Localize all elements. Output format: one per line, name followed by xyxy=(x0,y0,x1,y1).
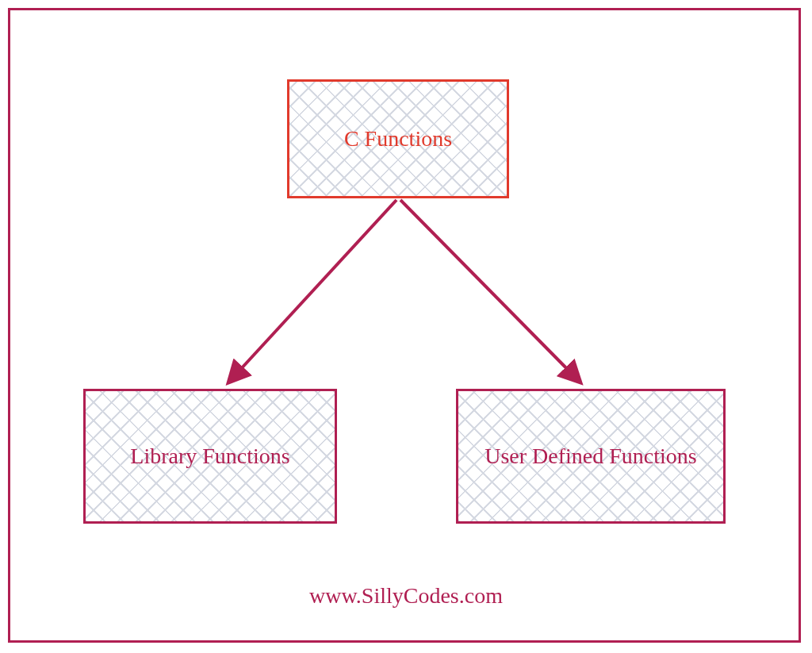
footer-text: www.SillyCodes.com xyxy=(309,583,503,608)
right-child-node: User Defined Functions xyxy=(456,389,726,524)
root-node-label: C Functions xyxy=(344,125,452,153)
left-node-label: Library Functions xyxy=(130,442,289,471)
right-node-label: User Defined Functions xyxy=(485,442,697,471)
footer-attribution: www.SillyCodes.com xyxy=(0,583,812,609)
root-node: C Functions xyxy=(287,79,509,198)
left-child-node: Library Functions xyxy=(83,389,337,524)
